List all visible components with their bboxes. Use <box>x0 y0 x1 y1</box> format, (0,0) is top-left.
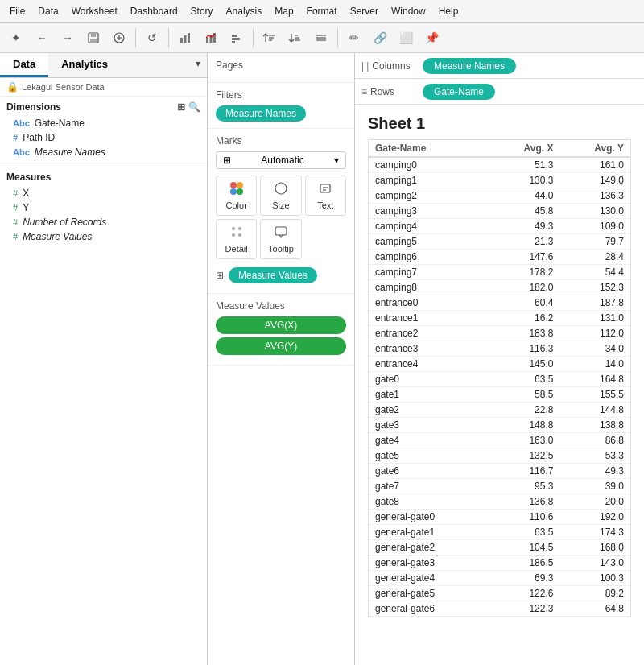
table-body: camping051.3161.0camping1130.3149.0campi… <box>369 157 630 617</box>
field-num-records[interactable]: # Number of Records <box>0 215 207 229</box>
marks-text-label: Text <box>317 200 333 210</box>
svg-rect-2 <box>90 39 97 43</box>
toolbar-pen[interactable]: ✏ <box>343 27 365 49</box>
menu-bar: File Data Worksheet Dashboard Story Anal… <box>0 0 644 23</box>
dimensions-icons[interactable]: ⊞ 🔍 <box>177 101 200 113</box>
toolbar-chart1[interactable] <box>174 27 196 49</box>
cell-avg-y: 112.0 <box>559 326 630 341</box>
toolbar-pin[interactable]: 📌 <box>420 27 443 49</box>
columns-pill[interactable]: Measure Names <box>423 58 516 74</box>
cell-avg-x: 147.6 <box>489 250 560 265</box>
toolbar-chart2[interactable] <box>200 27 222 49</box>
toolbar-save[interactable] <box>82 27 105 49</box>
color-dots-icon <box>229 181 244 199</box>
toolbar-undo[interactable]: ↺ <box>141 27 163 49</box>
svg-rect-5 <box>184 35 187 43</box>
cell-avg-x: 183.8 <box>489 326 560 341</box>
tab-arrow[interactable]: ▾ <box>189 53 207 77</box>
tab-data[interactable]: Data <box>0 53 48 77</box>
table-row: gate158.5155.5 <box>369 387 630 403</box>
table-row: general-gate0110.6192.0 <box>369 510 630 525</box>
svg-rect-6 <box>188 33 190 43</box>
cell-avg-y: 144.8 <box>559 403 630 418</box>
avg-x-pill[interactable]: AVG(X) <box>216 316 346 334</box>
marks-tooltip-btn[interactable]: Tooltip <box>260 219 301 259</box>
toolbar-home[interactable]: ✦ <box>5 27 27 49</box>
toolbar-sort-asc[interactable] <box>258 27 281 49</box>
field-measure-names[interactable]: Abc Measure Names <box>0 145 207 159</box>
table-row: camping6147.628.4 <box>369 250 630 265</box>
toolbar-sort-none[interactable] <box>310 27 332 49</box>
col-avg-x: Avg. X <box>489 140 560 157</box>
tab-analytics[interactable]: Analytics <box>48 53 121 77</box>
search-icon[interactable]: 🔍 <box>188 101 200 113</box>
marks-measure-values-pill[interactable]: Measure Values <box>229 267 317 283</box>
cell-avg-x: 132.5 <box>489 448 560 464</box>
toolbar-chart3[interactable] <box>225 27 248 49</box>
table-row: camping7178.254.4 <box>369 265 630 280</box>
sep3 <box>253 28 254 48</box>
cell-avg-y: 109.0 <box>559 219 630 234</box>
table-row: gate8136.820.0 <box>369 494 630 510</box>
toolbar-new-datasource[interactable] <box>108 27 130 49</box>
svg-rect-12 <box>232 41 235 43</box>
menu-analysis[interactable]: Analysis <box>220 4 269 19</box>
cell-avg-x: 186.5 <box>489 556 560 571</box>
filters-pill[interactable]: Measure Names <box>216 105 306 122</box>
menu-help[interactable]: Help <box>432 4 465 19</box>
cell-avg-x: 21.3 <box>489 234 560 250</box>
svg-rect-10 <box>232 35 237 37</box>
menu-server[interactable]: Server <box>344 4 385 19</box>
table-row: general-gate2104.5168.0 <box>369 540 630 556</box>
cell-gate-name: gate3 <box>369 418 489 433</box>
menu-data[interactable]: Data <box>31 4 64 19</box>
menu-format[interactable]: Format <box>300 4 344 19</box>
mv-expand-icon[interactable]: ⊞ <box>216 270 224 281</box>
text-icon <box>318 181 332 199</box>
avg-y-pill[interactable]: AVG(Y) <box>216 337 346 355</box>
table-row: entrance2183.8112.0 <box>369 326 630 341</box>
cell-gate-name: gate6 <box>369 464 489 479</box>
grid-icon[interactable]: ⊞ <box>177 101 185 113</box>
menu-file[interactable]: File <box>3 4 31 19</box>
toolbar-more[interactable]: ⬜ <box>394 27 417 49</box>
marks-text-btn[interactable]: Text <box>305 176 346 216</box>
field-y[interactable]: # Y <box>0 200 207 215</box>
marks-detail-btn[interactable]: Detail <box>216 219 257 259</box>
field-gate-name[interactable]: Abc Gate-Name <box>0 116 207 130</box>
data-source[interactable]: 🔒 Lekagul Sensor Data <box>0 78 207 97</box>
toolbar: ✦ ← → ↺ ✏ 🔗 ⬜ 📌 <box>0 23 644 53</box>
menu-map[interactable]: Map <box>268 4 299 19</box>
menu-worksheet[interactable]: Worksheet <box>65 4 124 19</box>
field-gate-name-label: Gate-Name <box>35 118 85 129</box>
svg-point-23 <box>237 182 243 188</box>
cell-avg-x: 16.2 <box>489 311 560 326</box>
field-path-id-label: Path ID <box>23 132 55 143</box>
toolbar-link[interactable]: 🔗 <box>369 27 391 49</box>
marks-color-btn[interactable]: Color <box>216 176 257 216</box>
toolbar-back[interactable]: ← <box>31 27 53 49</box>
menu-window[interactable]: Window <box>385 4 432 19</box>
cell-gate-name: camping3 <box>369 204 489 219</box>
cell-avg-y: 164.8 <box>559 372 630 387</box>
svg-point-32 <box>232 233 235 237</box>
marks-detail-label: Detail <box>225 244 248 254</box>
field-path-id[interactable]: # Path ID <box>0 130 207 145</box>
pages-title: Pages <box>216 60 346 71</box>
hash-icon-x: # <box>13 188 18 198</box>
cell-avg-x: 60.4 <box>489 295 560 311</box>
toolbar-forward[interactable]: → <box>56 27 79 49</box>
cell-gate-name: entrance2 <box>369 326 489 341</box>
menu-story[interactable]: Story <box>184 4 220 19</box>
toolbar-sort-desc[interactable] <box>284 27 307 49</box>
cell-avg-x: 49.3 <box>489 219 560 234</box>
marks-color-label: Color <box>226 200 247 210</box>
marks-type-value: Automatic <box>261 155 303 166</box>
table-wrapper[interactable]: Gate-Name Avg. X Avg. Y camping051.3161.… <box>368 139 631 618</box>
menu-dashboard[interactable]: Dashboard <box>124 4 184 19</box>
marks-type-select[interactable]: ⊞ Automatic ▾ <box>216 151 346 169</box>
field-measure-values[interactable]: # Measure Values <box>0 229 207 244</box>
field-x[interactable]: # X <box>0 186 207 200</box>
marks-size-btn[interactable]: Size <box>260 176 301 216</box>
rows-pill[interactable]: Gate-Name <box>423 84 495 100</box>
